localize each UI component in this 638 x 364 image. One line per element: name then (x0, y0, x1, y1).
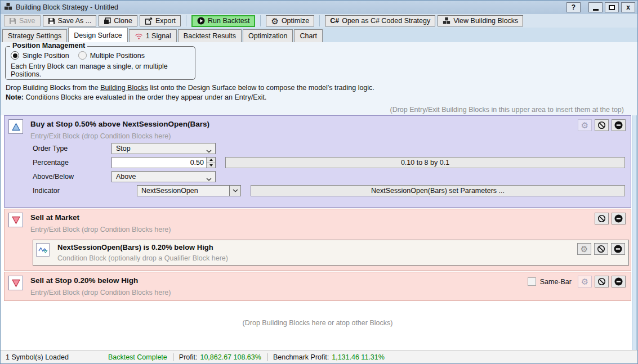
sell-market-remove-button[interactable] (612, 213, 626, 224)
tab-chart[interactable]: Chart (294, 29, 323, 42)
gear-icon: ⚙ (581, 245, 588, 253)
maximize-button[interactable] (605, 2, 619, 12)
triangle-down-icon (209, 164, 213, 167)
exit-block-sell-at-stop[interactable]: Sell at Stop 0.20% below High Entry/Exit… (4, 272, 631, 301)
benchmark-profit-value: 1,131.46 11.31% (332, 353, 385, 361)
percentage-label: Percentage (33, 159, 111, 167)
help-button[interactable]: ? (566, 2, 581, 12)
order-type-row: Order Type Stop (33, 143, 631, 154)
sell-stop-text: Sell at Stop 0.20% below High Entry/Exit… (30, 276, 171, 297)
above-below-row: Above/Below Above (33, 171, 631, 182)
chevron-down-icon (206, 175, 212, 183)
export-icon (145, 17, 153, 25)
run-icon (197, 17, 205, 25)
indicator-parameters-button[interactable]: NextSessionOpen(Bars) set Parameters ... (251, 185, 625, 196)
close-button[interactable]: x (621, 2, 635, 12)
condition-settings-button[interactable]: ⚙ (577, 243, 591, 255)
tab-design-surface[interactable]: Design Surface (68, 28, 127, 42)
toolbar: Save Save As ... Clone Export Run Backte… (1, 14, 637, 28)
position-mode-options: Single Position Multiple Positions (11, 51, 190, 60)
condition-controls: ⚙ (577, 243, 625, 255)
indicator-row: Indicator NextSessionOpen NextSessionOpe… (33, 185, 631, 196)
view-building-blocks-button[interactable]: View Building Blocks (438, 15, 523, 26)
export-button[interactable]: Export (140, 15, 181, 26)
position-management-description: Each Entry Block can manage a single, or… (11, 62, 190, 78)
buy-remove-button[interactable] (612, 119, 626, 131)
spin-down-button[interactable] (207, 163, 215, 168)
entry-block-buy-at-stop[interactable]: Buy at Stop 0.50% above NextSessionOpen(… (4, 115, 631, 208)
benchmark-profit-label: Benchmark Profit: (273, 353, 329, 361)
sell-arrow-icon (8, 276, 23, 290)
app-icon (4, 2, 12, 12)
same-bar-option[interactable]: Same-Bar (528, 277, 572, 286)
sell-stop-remove-button[interactable] (612, 276, 626, 287)
above-below-dropdown[interactable]: Above (111, 171, 216, 182)
buy-block-controls: ⚙ (578, 119, 626, 131)
drop-hint-top: (Drop Entry/Exit Building Blocks in this… (1, 106, 624, 114)
buy-block-text: Buy at Stop 0.50% above NextSessionOpen(… (30, 119, 209, 141)
open-csharp-button[interactable]: C# Open as C# Coded Strategy (325, 15, 435, 26)
radio-selected-icon (11, 51, 19, 60)
status-separator (173, 353, 173, 361)
save-button: Save (4, 15, 41, 26)
spin-up-button[interactable] (207, 158, 215, 163)
signal-icon (135, 33, 143, 39)
radio-unselected-icon (78, 51, 87, 60)
condition-remove-button[interactable] (611, 243, 625, 255)
same-bar-checkbox[interactable] (528, 277, 536, 286)
exit-block-sell-at-market[interactable]: Sell at Market Entry/Exit Block (drop Co… (4, 209, 631, 271)
minus-circle-icon (614, 121, 623, 129)
chevron-down-icon (206, 147, 212, 155)
titlebar[interactable]: Building Block Strategy - Untitled ? x (1, 1, 637, 14)
save-icon (9, 17, 16, 25)
position-management-group: Position Management Single Position Mult… (5, 46, 195, 80)
sell-stop-controls: Same-Bar ⚙ (528, 276, 626, 287)
building-blocks-icon (443, 17, 450, 25)
sell-market-text: Sell at Market Entry/Exit Block (drop Co… (30, 213, 171, 234)
buy-block-subtitle: Entry/Exit Block (drop Condition Blocks … (30, 132, 209, 141)
radio-single-position[interactable]: Single Position (11, 51, 69, 60)
tab-backtest-results[interactable]: Backtest Results (178, 29, 242, 42)
vertical-scrollbar[interactable] (632, 115, 637, 350)
minus-circle-icon (614, 245, 622, 253)
toolbar-separator (260, 15, 261, 26)
sell-market-controls (595, 213, 626, 224)
backtest-status: Backtest Complete (108, 353, 167, 361)
percentage-input[interactable] (112, 158, 206, 168)
minus-circle-icon (614, 214, 623, 223)
ban-icon (597, 277, 606, 286)
save-as-button[interactable]: Save As ... (43, 15, 97, 26)
order-type-dropdown[interactable]: Stop (111, 143, 216, 154)
percentage-optimization-range-button[interactable]: 0.10 to 8 by 0.1 (225, 157, 625, 168)
minimize-button[interactable] (588, 2, 603, 12)
tab-strategy-settings[interactable]: Strategy Settings (2, 29, 67, 42)
tab-bar: Strategy Settings Design Surface 1 Signa… (1, 28, 637, 42)
condition-disable-button[interactable] (594, 243, 608, 255)
minimize-icon (593, 9, 599, 11)
buy-disable-button[interactable] (595, 119, 609, 131)
percentage-row: Percentage 0.10 to 8 by 0.1 (33, 157, 631, 168)
condition-title: NextSessionOpen(Bars) is 0.20% below Hig… (57, 243, 228, 252)
sell-market-disable-button[interactable] (595, 213, 609, 224)
chevron-down-icon (233, 189, 238, 192)
buy-settings-button: ⚙ (578, 119, 592, 131)
radio-multiple-positions[interactable]: Multiple Positions (78, 51, 145, 60)
toolbar-separator (186, 15, 186, 26)
condition-block[interactable]: NextSessionOpen(Bars) is 0.20% below Hig… (33, 240, 629, 266)
order-type-label: Order Type (33, 145, 111, 152)
indicator-dropdown-button[interactable] (229, 185, 241, 196)
tab-optimization[interactable]: Optimization (243, 29, 293, 42)
clone-button[interactable]: Clone (99, 15, 137, 26)
design-surface: Buy at Stop 0.50% above NextSessionOpen(… (1, 115, 637, 350)
status-bar: 1 Symbol(s) Loaded Backtest Complete Pro… (1, 350, 637, 363)
same-bar-label: Same-Bar (540, 278, 572, 286)
tab-signals[interactable]: 1 Signal (129, 29, 177, 42)
ban-icon (597, 121, 606, 129)
buy-arrow-icon (8, 119, 23, 134)
indicator-combo[interactable]: NextSessionOpen (137, 185, 241, 196)
run-backtest-button[interactable]: Run Backtest (191, 15, 255, 27)
optimize-button[interactable]: ⚙ Optimize (266, 15, 314, 26)
building-blocks-link[interactable]: Building Blocks (100, 84, 148, 92)
sell-stop-disable-button[interactable] (595, 276, 609, 287)
csharp-icon: C# (330, 17, 339, 25)
